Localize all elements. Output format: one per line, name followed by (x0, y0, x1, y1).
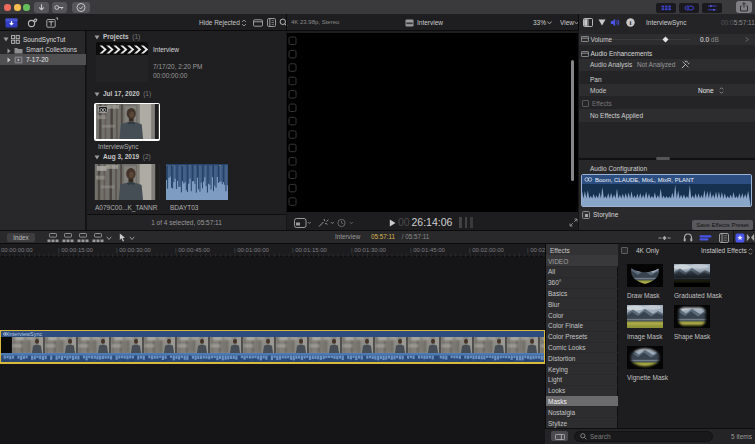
svg-text:i: i (630, 19, 632, 27)
